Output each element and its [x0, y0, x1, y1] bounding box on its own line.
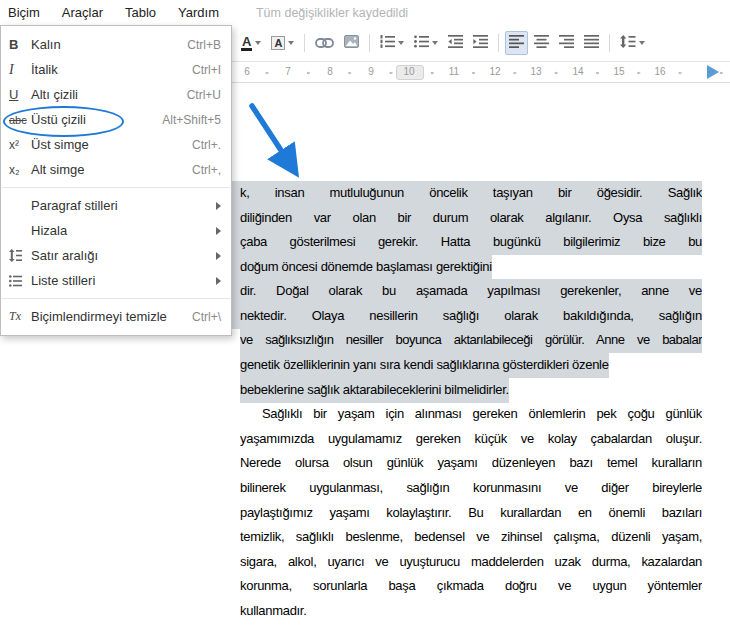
decrease-indent-button[interactable]	[444, 31, 467, 55]
bulleted-list-button[interactable]	[410, 31, 442, 55]
ruler-number: 15	[610, 66, 628, 77]
menu-item-shortcut: Ctrl+\	[192, 310, 221, 324]
chevron-down-icon	[255, 41, 261, 45]
ruler-number: 16	[651, 66, 669, 77]
menu-item-shortcut: Ctrl+I	[192, 63, 221, 77]
superscript-icon: x²	[9, 138, 31, 152]
menu-item-ust-simge[interactable]: x² Üst simge Ctrl+.	[1, 132, 231, 157]
menu-item-label: Liste stilleri	[31, 273, 208, 288]
menu-item-label: Satır aralığı	[31, 248, 208, 263]
menu-item-label: Altı çizili	[31, 87, 179, 102]
menu-separator	[2, 187, 230, 188]
menu-item-alti-cizili[interactable]: U Altı çizili Ctrl+U	[1, 82, 231, 107]
line-spacing-icon	[620, 35, 636, 51]
ruler-number: 10	[400, 66, 418, 77]
document-line: paylaştığımız yaşamı kolaylaştırır. Bu k…	[240, 501, 702, 526]
link-icon	[315, 36, 334, 51]
menu-item-label: Üstü çizili	[31, 112, 154, 127]
document-line: bilinerek uygulanması, sağlığın korunmas…	[240, 476, 702, 501]
submenu-arrow-icon	[216, 277, 221, 285]
menu-item-satir-araligi[interactable]: Satır aralığı	[1, 243, 231, 268]
menu-item-alt-simge[interactable]: x₂ Alt simge Ctrl+,	[1, 157, 231, 182]
ruler-number: 8	[321, 66, 339, 77]
menu-bicim[interactable]: Biçim	[0, 0, 51, 25]
menu-item-shortcut: Ctrl+.	[192, 138, 221, 152]
submenu-arrow-icon	[216, 202, 221, 210]
insert-link-button[interactable]	[311, 31, 338, 55]
increase-indent-button[interactable]	[469, 31, 492, 55]
clear-formatting-icon: Tx	[9, 309, 31, 324]
document-line: dir. Doğal olarak bu aşamada yapılması g…	[232, 279, 702, 304]
document-line: k, insan mutluluğunun öncelik taşıyan bi…	[232, 181, 702, 206]
text-color-icon: A	[241, 36, 252, 51]
menu-araclar[interactable]: Araçlar	[51, 0, 114, 25]
submenu-arrow-icon	[216, 227, 221, 235]
menu-item-hizala[interactable]: Hizala	[1, 218, 231, 243]
format-menu-dropdown: B Kalın Ctrl+B I İtalik Ctrl+I U Altı çi…	[0, 25, 232, 336]
menu-item-liste-stilleri[interactable]: Liste stilleri	[1, 268, 231, 293]
ruler-number: 12	[486, 66, 504, 77]
annotation-arrow-icon	[240, 98, 320, 193]
menu-item-kalin[interactable]: B Kalın Ctrl+B	[1, 32, 231, 57]
indent-icon	[473, 35, 488, 51]
text-color-button[interactable]: A	[237, 31, 265, 55]
menu-separator	[2, 298, 230, 299]
ruler-number: 13	[527, 66, 545, 77]
document-line: çaba gösterilmesi gerekir. Hatta bugünkü…	[232, 230, 702, 255]
ruler-number: 14	[569, 66, 587, 77]
ruler-number: 11	[445, 66, 463, 77]
line-spacing-icon	[9, 249, 31, 262]
chevron-down-icon	[639, 41, 645, 45]
menu-item-shortcut: Alt+Shift+5	[162, 113, 221, 127]
right-indent-marker-icon[interactable]	[707, 65, 719, 79]
menu-item-shortcut: Ctrl+,	[192, 163, 221, 177]
outdent-icon	[448, 35, 463, 51]
menu-item-italik[interactable]: I İtalik Ctrl+I	[1, 57, 231, 82]
image-icon	[344, 35, 359, 51]
document-line: doğum öncesi dönemde başlaması gerektiği…	[232, 255, 492, 280]
highlight-color-button[interactable]: A	[267, 31, 298, 55]
toolbar-separator	[304, 34, 305, 52]
toolbar-separator	[498, 34, 499, 52]
submenu-arrow-icon	[216, 252, 221, 260]
numbered-list-icon	[380, 35, 395, 51]
menu-tablo[interactable]: Tablo	[114, 0, 167, 25]
align-justify-button[interactable]	[580, 31, 603, 55]
menu-item-label: Paragraf stilleri	[31, 198, 208, 213]
menu-item-ustu-cizili[interactable]: abc Üstü çizili Alt+Shift+5	[1, 107, 231, 132]
document-line: Nerede olursa olsun günlük yaşamı düzenl…	[240, 451, 702, 476]
menu-item-bicimlendirmeyi-temizle[interactable]: Tx Biçimlendirmeyi temizle Ctrl+\	[1, 304, 231, 329]
menu-item-paragraf-stilleri[interactable]: Paragraf stilleri	[1, 193, 231, 218]
save-status: Tüm değişiklikler kaydedildi	[256, 6, 408, 20]
document-line: yaşamımızda uygulamamız gereken küçük ve…	[240, 427, 702, 452]
line-spacing-button[interactable]	[616, 31, 649, 55]
align-justify-icon	[584, 35, 599, 51]
align-center-button[interactable]	[530, 31, 553, 55]
align-left-icon	[509, 35, 524, 51]
document-line: nektedir. Olaya nesillerin sağlığı olara…	[232, 304, 702, 329]
underline-icon: U	[9, 87, 31, 102]
chevron-down-icon	[432, 41, 438, 45]
align-left-button[interactable]	[505, 31, 528, 55]
align-right-icon	[559, 35, 574, 51]
strikethrough-icon: abc	[9, 114, 31, 126]
chevron-down-icon	[398, 41, 404, 45]
ruler-number: 9	[362, 66, 380, 77]
menu-item-label: Alt simge	[31, 162, 184, 177]
insert-image-button[interactable]	[340, 31, 363, 55]
document-line: genetik özelliklerinin yanı sıra kendi s…	[240, 353, 609, 378]
document-line: kullanmadır.	[240, 599, 307, 624]
align-center-icon	[534, 35, 549, 51]
ruler-number: 7	[279, 66, 297, 77]
menu-yardim[interactable]: Yardım	[167, 0, 230, 25]
document-line: korunma, sorunlarla başa çıkmada doğru v…	[240, 574, 702, 599]
numbered-list-button[interactable]	[376, 31, 408, 55]
list-styles-icon	[9, 275, 31, 287]
align-right-button[interactable]	[555, 31, 578, 55]
document-line: ve sağlıksızlığın nesiller boyunca aktar…	[240, 328, 702, 353]
highlight-color-icon: A	[271, 36, 285, 50]
bulleted-list-icon	[414, 35, 429, 51]
chevron-down-icon	[288, 41, 294, 45]
document-line: temizlik, sağlıklı beslenme, bedensel ve…	[240, 525, 702, 550]
menu-item-label: Biçimlendirmeyi temizle	[31, 309, 184, 324]
